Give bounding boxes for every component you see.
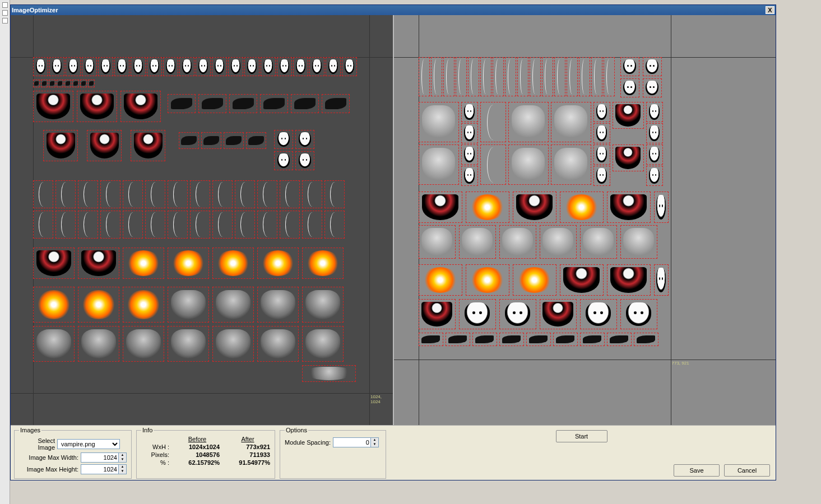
sprite-module[interactable]	[456, 57, 467, 96]
sprite-module[interactable]	[505, 57, 516, 96]
save-button[interactable]: Save	[674, 464, 720, 477]
sprite-module[interactable]	[33, 57, 48, 76]
sprite-module[interactable]	[64, 80, 71, 87]
sprite-module[interactable]	[55, 180, 76, 208]
sprite-module[interactable]	[466, 192, 509, 223]
sprite-module[interactable]	[212, 287, 254, 323]
sprite-module[interactable]	[291, 94, 319, 113]
sprite-module[interactable]	[100, 211, 120, 239]
sprite-module[interactable]	[580, 299, 617, 329]
module-spacing-input[interactable]	[333, 437, 371, 447]
sprite-module[interactable]	[419, 192, 462, 223]
sprite-module[interactable]	[302, 211, 322, 239]
sprite-module[interactable]	[461, 166, 478, 186]
sprite-module[interactable]	[579, 57, 590, 96]
sprite-module[interactable]	[607, 333, 632, 346]
sprite-module[interactable]	[179, 132, 199, 149]
select-image-dropdown[interactable]: vampire.png	[57, 439, 120, 449]
max-height-spinner[interactable]: ▲▼	[119, 464, 127, 474]
sprite-module[interactable]	[540, 299, 577, 329]
sprite-module[interactable]	[280, 180, 300, 208]
sprite-module[interactable]	[646, 166, 663, 186]
sprite-module[interactable]	[513, 264, 556, 296]
sprite-module[interactable]	[607, 264, 651, 296]
source-spritesheet[interactable]	[33, 57, 369, 393]
sprite-module[interactable]	[78, 180, 98, 208]
sprite-module[interactable]	[55, 211, 76, 239]
sprite-module[interactable]	[654, 192, 669, 223]
sprite-module[interactable]	[634, 333, 658, 346]
sprite-module[interactable]	[526, 333, 551, 346]
sprite-module[interactable]	[342, 57, 357, 76]
sprite-module[interactable]	[302, 287, 344, 323]
sprite-module[interactable]	[274, 130, 293, 149]
sprite-module[interactable]	[168, 248, 209, 279]
sprite-module[interactable]	[87, 130, 122, 161]
sprite-module[interactable]	[145, 211, 165, 239]
sprite-module[interactable]	[82, 57, 97, 76]
source-canvas[interactable]: 1024, 1024	[11, 15, 393, 425]
sprite-module[interactable]	[78, 248, 119, 279]
sprite-module[interactable]	[419, 299, 456, 329]
sprite-module[interactable]	[229, 94, 257, 113]
sprite-module[interactable]	[604, 57, 615, 96]
sprite-module[interactable]	[33, 80, 40, 87]
sprite-module[interactable]	[168, 287, 209, 323]
sprite-module[interactable]	[493, 57, 504, 96]
sprite-module[interactable]	[580, 333, 605, 346]
sprite-module[interactable]	[554, 57, 565, 96]
sprite-module[interactable]	[613, 102, 644, 129]
sprite-module[interactable]	[168, 326, 209, 362]
sprite-module[interactable]	[419, 333, 443, 346]
sprite-module[interactable]	[66, 57, 81, 76]
sprite-module[interactable]	[33, 248, 75, 279]
sprite-module[interactable]	[443, 57, 454, 96]
sprite-module[interactable]	[419, 144, 459, 185]
sprite-module[interactable]	[212, 326, 254, 362]
sprite-module[interactable]	[212, 248, 254, 279]
sprite-module[interactable]	[257, 287, 299, 323]
sprite-module[interactable]	[295, 151, 314, 170]
sprite-module[interactable]	[302, 365, 356, 382]
sprite-module[interactable]	[459, 299, 496, 329]
sprite-module[interactable]	[33, 180, 53, 208]
sprite-module[interactable]	[212, 180, 233, 208]
sprite-module[interactable]	[168, 180, 188, 208]
sprite-module[interactable]	[147, 57, 162, 76]
sprite-module[interactable]	[419, 57, 430, 96]
sprite-module[interactable]	[593, 123, 610, 143]
sprite-module[interactable]	[461, 102, 478, 122]
sprite-module[interactable]	[78, 326, 119, 362]
sprite-module[interactable]	[419, 264, 462, 296]
sprite-module[interactable]	[123, 248, 164, 279]
sprite-module[interactable]	[277, 57, 292, 76]
sprite-module[interactable]	[499, 333, 524, 346]
sprite-module[interactable]	[620, 299, 657, 329]
sprite-module[interactable]	[646, 123, 663, 143]
sprite-module[interactable]	[228, 57, 243, 76]
close-icon[interactable]: X	[766, 6, 774, 14]
sprite-module[interactable]	[593, 166, 610, 186]
sprite-module[interactable]	[257, 326, 299, 362]
max-height-input[interactable]	[81, 464, 119, 474]
sprite-module[interactable]	[607, 192, 651, 223]
sprite-module[interactable]	[551, 144, 591, 185]
sprite-module[interactable]	[123, 180, 143, 208]
sprite-module[interactable]	[163, 57, 178, 76]
sprite-module[interactable]	[326, 57, 341, 76]
sprite-module[interactable]	[468, 57, 479, 96]
sprite-module[interactable]	[145, 180, 165, 208]
sprite-module[interactable]	[77, 91, 117, 122]
sprite-module[interactable]	[261, 57, 276, 76]
sprite-module[interactable]	[78, 287, 119, 323]
sprite-module[interactable]	[517, 57, 528, 96]
sprite-module[interactable]	[49, 80, 55, 87]
max-width-spinner[interactable]: ▲▼	[119, 452, 127, 463]
sprite-module[interactable]	[513, 192, 556, 223]
sprite-module[interactable]	[508, 102, 549, 142]
sprite-module[interactable]	[43, 130, 78, 161]
sprite-module[interactable]	[114, 57, 129, 76]
sprite-module[interactable]	[280, 211, 300, 239]
sprite-module[interactable]	[560, 192, 604, 223]
sprite-module[interactable]	[480, 102, 506, 142]
